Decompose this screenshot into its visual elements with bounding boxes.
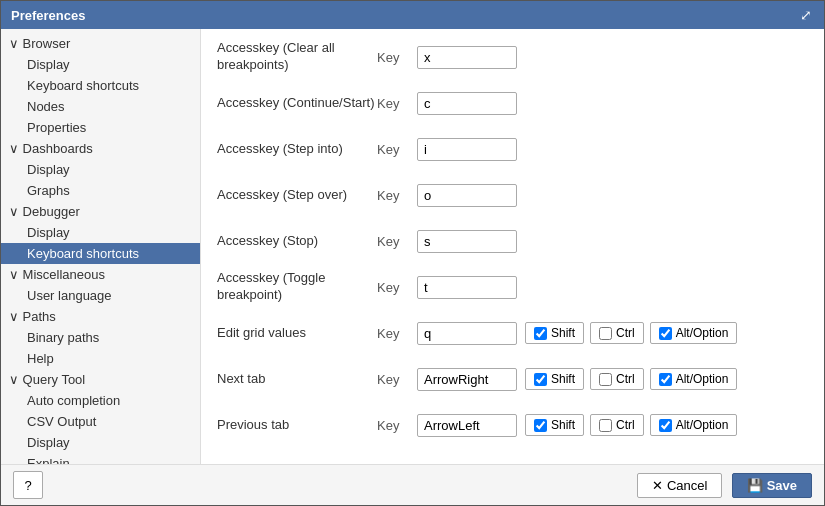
pref-row-prev-tab: Previous tab Key Shift Ctrl Alt/Option bbox=[217, 407, 808, 443]
checkbox-ctrl-edit-grid-input[interactable] bbox=[599, 327, 612, 340]
pref-row-edit-grid: Edit grid values Key Shift Ctrl Alt/Opti… bbox=[217, 315, 808, 351]
pref-label-stop: Accesskey (Stop) bbox=[217, 233, 377, 250]
sidebar-group-paths[interactable]: ∨ Paths bbox=[1, 306, 200, 327]
sidebar-group-browser[interactable]: ∨ Browser bbox=[1, 33, 200, 54]
checkbox-shift-prev-tab-input[interactable] bbox=[534, 419, 547, 432]
checkbox-ctrl-edit-grid[interactable]: Ctrl bbox=[590, 322, 644, 344]
sidebar-item-paths-binary[interactable]: Binary paths bbox=[1, 327, 200, 348]
pref-row-clear-breakpoints: Accesskey (Clear all breakpoints) Key bbox=[217, 39, 808, 75]
pref-checkboxes-edit-grid: Shift Ctrl Alt/Option bbox=[525, 322, 737, 344]
pref-key-continue-start: Key bbox=[377, 96, 417, 111]
checkbox-shift-edit-grid-input[interactable] bbox=[534, 327, 547, 340]
expand-button[interactable]: ⤢ bbox=[798, 7, 814, 23]
pref-input-next-tab[interactable] bbox=[417, 368, 517, 391]
checkbox-ctrl-next-tab-input[interactable] bbox=[599, 373, 612, 386]
checkbox-alt-edit-grid[interactable]: Alt/Option bbox=[650, 322, 738, 344]
pref-row-stop: Accesskey (Stop) Key bbox=[217, 223, 808, 259]
checkbox-ctrl-next-tab[interactable]: Ctrl bbox=[590, 368, 644, 390]
sidebar-item-dashboards-display[interactable]: Display bbox=[1, 159, 200, 180]
checkbox-alt-prev-tab-input[interactable] bbox=[659, 419, 672, 432]
pref-label-toggle-breakpoint: Accesskey (Toggle breakpoint) bbox=[217, 270, 377, 304]
checkbox-shift-edit-grid[interactable]: Shift bbox=[525, 322, 584, 344]
main-content: ∨ Browser Display Keyboard shortcuts Nod… bbox=[1, 29, 824, 464]
cancel-button[interactable]: ✕ Cancel bbox=[637, 473, 722, 498]
pref-key-toggle-breakpoint: Key bbox=[377, 280, 417, 295]
pref-label-step-over: Accesskey (Step over) bbox=[217, 187, 377, 204]
checkbox-alt-prev-tab[interactable]: Alt/Option bbox=[650, 414, 738, 436]
sidebar-item-misc-user-language[interactable]: User language bbox=[1, 285, 200, 306]
checkbox-ctrl-prev-tab[interactable]: Ctrl bbox=[590, 414, 644, 436]
pref-label-next-tab: Next tab bbox=[217, 371, 377, 388]
footer-actions: ✕ Cancel 💾 Save bbox=[637, 473, 812, 498]
sidebar-group-debugger[interactable]: ∨ Debugger bbox=[1, 201, 200, 222]
pref-key-clear-breakpoints: Key bbox=[377, 50, 417, 65]
titlebar: Preferences ⤢ bbox=[1, 1, 824, 29]
pref-label-edit-grid: Edit grid values bbox=[217, 325, 377, 342]
checkbox-ctrl-prev-tab-input[interactable] bbox=[599, 419, 612, 432]
pref-key-stop: Key bbox=[377, 234, 417, 249]
pref-input-toggle-breakpoint[interactable] bbox=[417, 276, 517, 299]
pref-key-step-over: Key bbox=[377, 188, 417, 203]
pref-key-prev-tab: Key bbox=[377, 418, 417, 433]
pref-row-toggle-breakpoint: Accesskey (Toggle breakpoint) Key bbox=[217, 269, 808, 305]
pref-input-prev-tab[interactable] bbox=[417, 414, 517, 437]
preferences-content: Accesskey (Clear all breakpoints) Key Ac… bbox=[201, 29, 824, 464]
sidebar-item-debugger-display[interactable]: Display bbox=[1, 222, 200, 243]
sidebar-item-qt-explain[interactable]: Explain bbox=[1, 453, 200, 464]
pref-checkboxes-prev-tab: Shift Ctrl Alt/Option bbox=[525, 414, 737, 436]
sidebar-item-qt-display[interactable]: Display bbox=[1, 432, 200, 453]
sidebar-item-qt-csv-output[interactable]: CSV Output bbox=[1, 411, 200, 432]
sidebar-group-dashboards[interactable]: ∨ Dashboards bbox=[1, 138, 200, 159]
pref-key-step-into: Key bbox=[377, 142, 417, 157]
sidebar-item-dashboards-graphs[interactable]: Graphs bbox=[1, 180, 200, 201]
checkbox-shift-next-tab[interactable]: Shift bbox=[525, 368, 584, 390]
pref-row-next-tab: Next tab Key Shift Ctrl Alt/Option bbox=[217, 361, 808, 397]
sidebar-item-paths-help[interactable]: Help bbox=[1, 348, 200, 369]
pref-checkboxes-next-tab: Shift Ctrl Alt/Option bbox=[525, 368, 737, 390]
pref-row-continue-start: Accesskey (Continue/Start) Key bbox=[217, 85, 808, 121]
sidebar-group-query-tool[interactable]: ∨ Query Tool bbox=[1, 369, 200, 390]
pref-input-stop[interactable] bbox=[417, 230, 517, 253]
pref-input-step-over[interactable] bbox=[417, 184, 517, 207]
checkbox-alt-next-tab-input[interactable] bbox=[659, 373, 672, 386]
sidebar-group-miscellaneous[interactable]: ∨ Miscellaneous bbox=[1, 264, 200, 285]
pref-label-continue-start: Accesskey (Continue/Start) bbox=[217, 95, 377, 112]
sidebar-item-browser-display[interactable]: Display bbox=[1, 54, 200, 75]
pref-row-step-into: Accesskey (Step into) Key bbox=[217, 131, 808, 167]
checkbox-shift-next-tab-input[interactable] bbox=[534, 373, 547, 386]
pref-input-edit-grid[interactable] bbox=[417, 322, 517, 345]
pref-label-clear-breakpoints: Accesskey (Clear all breakpoints) bbox=[217, 40, 377, 74]
sidebar: ∨ Browser Display Keyboard shortcuts Nod… bbox=[1, 29, 201, 464]
sidebar-item-browser-nodes[interactable]: Nodes bbox=[1, 96, 200, 117]
save-button[interactable]: 💾 Save bbox=[732, 473, 812, 498]
pref-key-next-tab: Key bbox=[377, 372, 417, 387]
pref-label-step-into: Accesskey (Step into) bbox=[217, 141, 377, 158]
pref-key-edit-grid: Key bbox=[377, 326, 417, 341]
pref-row-step-over: Accesskey (Step over) Key bbox=[217, 177, 808, 213]
help-button[interactable]: ? bbox=[13, 471, 43, 499]
pref-input-clear-breakpoints[interactable] bbox=[417, 46, 517, 69]
window-title: Preferences bbox=[11, 8, 85, 23]
checkbox-alt-edit-grid-input[interactable] bbox=[659, 327, 672, 340]
footer: ? ✕ Cancel 💾 Save bbox=[1, 464, 824, 505]
checkbox-alt-next-tab[interactable]: Alt/Option bbox=[650, 368, 738, 390]
preferences-window: Preferences ⤢ ∨ Browser Display Keyboard… bbox=[0, 0, 825, 506]
sidebar-item-debugger-keyboard-shortcuts[interactable]: Keyboard shortcuts bbox=[1, 243, 200, 264]
pref-label-prev-tab: Previous tab bbox=[217, 417, 377, 434]
sidebar-item-browser-keyboard-shortcuts[interactable]: Keyboard shortcuts bbox=[1, 75, 200, 96]
checkbox-shift-prev-tab[interactable]: Shift bbox=[525, 414, 584, 436]
pref-input-continue-start[interactable] bbox=[417, 92, 517, 115]
pref-input-step-into[interactable] bbox=[417, 138, 517, 161]
sidebar-item-qt-auto-completion[interactable]: Auto completion bbox=[1, 390, 200, 411]
sidebar-item-browser-properties[interactable]: Properties bbox=[1, 117, 200, 138]
